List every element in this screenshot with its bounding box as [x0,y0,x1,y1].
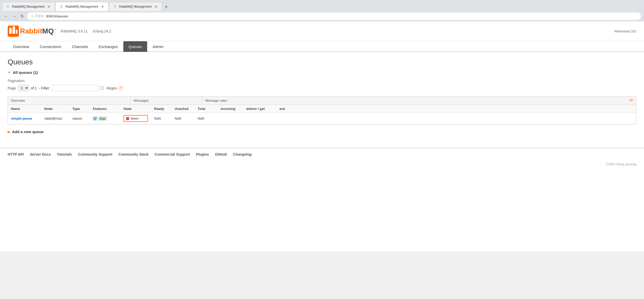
plus-minus-button[interactable]: +/- [627,97,636,105]
footer-plugins[interactable]: Plugins [196,152,209,156]
logo-icon [8,26,19,37]
nav-channels[interactable]: Channels [66,41,93,52]
page-footer: HTTP API Server Docs Tutorials Community… [0,148,644,160]
nav-connections[interactable]: Connections [35,41,66,52]
svg-rect-2 [13,27,15,34]
col-header-total: Total [195,105,218,113]
queue-name-link[interactable]: simple.queue [11,117,32,120]
tab-close-3[interactable]: ✕ [154,4,158,9]
col-header-type: Type [69,105,90,113]
svg-rect-3 [16,30,17,34]
section-overview: Overview [8,97,131,105]
col-header-features: Features [90,105,120,113]
add-queue-section: ▶ Add a new queue [8,130,636,134]
add-queue-label: Add a new queue [12,130,43,134]
col-header-incoming: incoming [218,105,243,113]
logo-area: RabbitMQ™ RabbitMQ 3.9.11 Erlang 24.2 [8,26,111,37]
rabbitmq-version: RabbitMQ 3.9.11 [61,29,88,33]
table-column-headers: Name Node Type Features State Ready Unac… [8,105,636,113]
page-content: RabbitMQ™ RabbitMQ 3.9.11 Erlang 24.2 Re… [0,21,644,251]
footer-server-docs[interactable]: Server Docs [30,152,51,156]
section-messages: Messages [131,97,202,105]
main-nav: Overview Connections Channels Exchanges … [0,41,644,52]
refreshed-text: Refreshed 202 [615,29,636,33]
section-title: All queues (1) [13,70,38,75]
forward-button[interactable]: → [11,13,17,20]
tab-bar: 🐇 RabbitMQ Management ✕ 🐇 RabbitMQ Manag… [0,0,644,11]
tab-close-2[interactable]: ✕ [100,4,105,9]
badge-args[interactable]: Args [98,117,107,121]
logo-mq: MQ [42,27,54,35]
table-row: simple.queue rabbit@mq1 classic D Args d… [8,113,636,124]
regex-help[interactable]: ? [119,86,123,90]
nav-overview[interactable]: Overview [8,41,35,52]
nav-admin[interactable]: Admin [147,41,169,52]
col-header-name: Name [8,105,41,113]
back-button[interactable]: ← [3,13,9,20]
browser-tab-1[interactable]: 🐇 RabbitMQ Management ✕ [2,2,55,11]
row-state: down [120,113,151,124]
section-header: ▼ All queues (1) [8,70,636,75]
footer-tutorials[interactable]: Tutorials [57,152,72,156]
new-tab-button[interactable]: + [163,3,170,11]
logo-rabbit: Rabbit [20,27,42,35]
row-features: D Args [90,114,120,123]
footer-http-api[interactable]: HTTP API [8,152,24,156]
filter-label: - Filter: [39,86,50,90]
page-select[interactable]: 1 [18,85,29,91]
filter-input[interactable] [52,85,98,91]
collapse-icon[interactable]: ▼ [8,71,11,74]
state-cell: down [123,115,148,122]
pagination-label: Pagination [8,79,636,83]
row-deliver [243,117,276,121]
regex-checkbox[interactable] [100,86,104,90]
badge-d: D [93,117,97,121]
security-warning: ⚠ 不安全 [31,14,44,18]
add-queue-toggle[interactable]: ▶ Add a new queue [8,130,636,134]
refresh-button[interactable]: ↻ [19,13,25,20]
tab-title-3: RabbitMQ Management [119,5,152,8]
col-header-unacked: Unacked [172,105,195,113]
version-info: RabbitMQ 3.9.11 Erlang 24.2 [61,29,111,33]
state-text: down [131,117,139,120]
watermark: CSDN ©Ding Jiaxiong [0,160,644,168]
footer-community-support[interactable]: Community Support [78,152,112,156]
logo-text: RabbitMQ™ [20,27,57,35]
logo-tm: ™ [54,28,57,31]
table-section-headers: Overview Messages Message rates +/- [8,97,636,105]
nav-exchanges[interactable]: Exchanges [93,41,123,52]
section-msg-rates: Message rates [202,97,627,105]
footer-github[interactable]: GitHub [215,152,227,156]
col-header-node: Node [41,105,69,113]
browser-tab-3[interactable]: 🐇 RabbitMQ Management ✕ [109,2,162,11]
col-header-state: State [120,105,151,113]
tab-title-2: RabbitMQ Management [65,5,98,8]
col-header-ready: Ready [151,105,172,113]
row-total: NaN [195,114,218,122]
erlang-version: Erlang 24.2 [93,29,111,33]
main-content-area: Queues ▼ All queues (1) Pagination Page … [0,52,644,148]
row-node: rabbit@mq1 [41,114,69,122]
svg-rect-1 [9,29,12,34]
queues-table: Overview Messages Message rates +/- Name… [8,96,636,124]
browser-tab-2[interactable]: 🐇 RabbitMQ Management ✕ [55,2,108,11]
row-ready: NaN [151,114,172,122]
footer-links: HTTP API Server Docs Tutorials Community… [8,152,636,156]
tab-favicon-3: 🐇 [113,5,117,9]
rabbitmq-logo: RabbitMQ™ [8,26,57,37]
tab-close-1[interactable]: ✕ [47,4,51,9]
nav-queues[interactable]: Queues [123,41,148,52]
pagination-controls: Page 1 of 1 - Filter: Regex ? [8,85,636,91]
footer-commercial-support[interactable]: Commercial Support [155,152,190,156]
tab-favicon-1: 🐇 [6,5,10,9]
row-unacked: NaN [172,114,195,122]
page-header: RabbitMQ™ RabbitMQ 3.9.11 Erlang 24.2 Re… [0,21,644,41]
row-name: simple.queue [8,114,41,122]
row-incoming [218,117,243,121]
footer-changelog[interactable]: Changelog [233,152,252,156]
footer-community-slack[interactable]: Community Slack [118,152,148,156]
tab-favicon-2: 🐇 [59,5,63,9]
page-title: Queues [8,58,636,66]
address-input[interactable]: ⚠ 不安全 :8082/#/queues [27,13,641,20]
add-queue-arrow: ▶ [8,130,10,134]
